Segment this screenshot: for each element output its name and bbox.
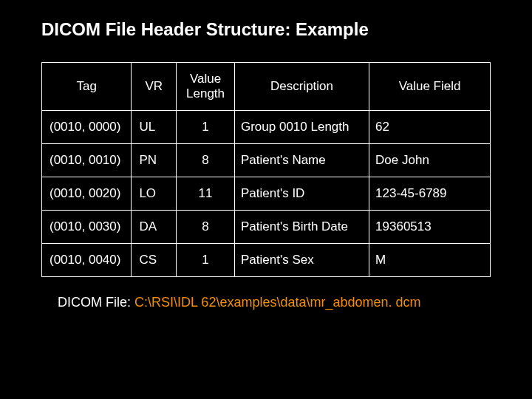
cell-description: Patient's Sex: [234, 244, 369, 277]
table-row: (0010, 0030) DA 8 Patient's Birth Date 1…: [42, 211, 491, 244]
cell-value-field: Doe John: [369, 144, 491, 177]
table-header-row: Tag VR Value Length Description Value Fi…: [42, 63, 491, 111]
dicom-header-table: Tag VR Value Length Description Value Fi…: [41, 62, 491, 277]
cell-value-field: 19360513: [369, 211, 491, 244]
cell-vr: CS: [132, 244, 177, 277]
col-header-vr: VR: [132, 63, 177, 111]
cell-vr: UL: [132, 111, 177, 144]
col-header-tag: Tag: [42, 63, 132, 111]
cell-tag: (0010, 0000): [42, 111, 132, 144]
col-header-description: Description: [234, 63, 369, 111]
cell-description: Patient's Birth Date: [234, 211, 369, 244]
footer-label: DICOM File:: [58, 295, 134, 310]
table-row: (0010, 0000) UL 1 Group 0010 Length 62: [42, 111, 491, 144]
cell-tag: (0010, 0020): [42, 177, 132, 211]
page-title: DICOM File Header Structure: Example: [41, 19, 491, 40]
cell-value-field: 62: [369, 111, 491, 144]
cell-value-length: 1: [177, 111, 235, 144]
cell-value-length: 11: [177, 177, 235, 211]
cell-value-length: 8: [177, 211, 235, 244]
cell-description: Patient's Name: [234, 144, 369, 177]
table-row: (0010, 0010) PN 8 Patient's Name Doe Joh…: [42, 144, 491, 177]
cell-value-field: 123-45-6789: [369, 177, 491, 211]
cell-vr: DA: [132, 211, 177, 244]
cell-tag: (0010, 0030): [42, 211, 132, 244]
col-header-value-field: Value Field: [369, 63, 491, 111]
cell-value-length: 8: [177, 144, 235, 177]
cell-tag: (0010, 0040): [42, 244, 132, 277]
col-header-value-length: Value Length: [177, 63, 235, 111]
footer-file-path: DICOM File: C:\RSI\IDL 62\examples\data\…: [41, 295, 491, 310]
cell-value-length: 1: [177, 244, 235, 277]
cell-description: Group 0010 Length: [234, 111, 369, 144]
table-row: (0010, 0020) LO 11 Patient's ID 123-45-6…: [42, 177, 491, 211]
cell-vr: LO: [132, 177, 177, 211]
footer-path-value: C:\RSI\IDL 62\examples\data\mr_abdomen. …: [134, 295, 421, 310]
cell-description: Patient's ID: [234, 177, 369, 211]
cell-vr: PN: [132, 144, 177, 177]
table-row: (0010, 0040) CS 1 Patient's Sex M: [42, 244, 491, 277]
cell-tag: (0010, 0010): [42, 144, 132, 177]
cell-value-field: M: [369, 244, 491, 277]
